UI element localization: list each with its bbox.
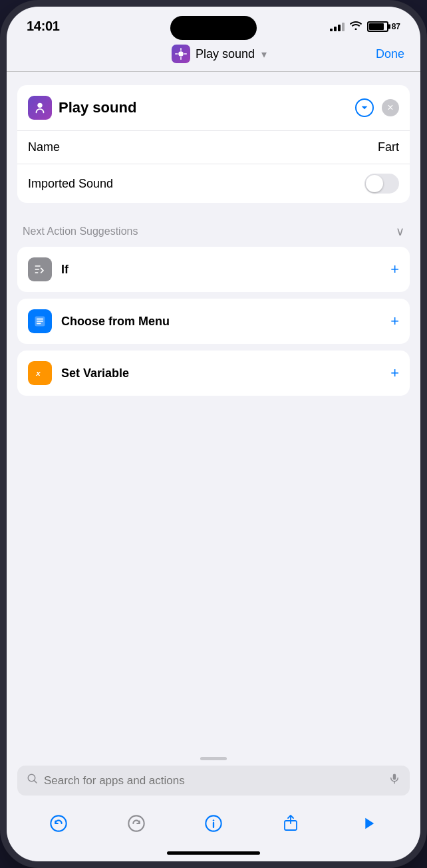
header-chevron-icon[interactable]: ▾: [261, 48, 267, 61]
variable-label: Set Variable: [61, 366, 390, 380]
signal-icon: [330, 22, 345, 31]
action-header: Play sound ×: [17, 85, 410, 131]
svg-text:x: x: [35, 368, 41, 377]
action-card: Play sound × Name Fart: [17, 85, 410, 203]
suggestion-if[interactable]: If +: [17, 247, 410, 292]
main-content: Play sound × Name Fart: [7, 72, 420, 750]
expand-button[interactable]: [355, 98, 374, 117]
name-label: Name: [28, 140, 60, 154]
home-indicator: [167, 851, 260, 855]
dynamic-island: [170, 16, 257, 40]
imported-sound-toggle[interactable]: [364, 174, 399, 194]
mic-icon[interactable]: [388, 772, 400, 789]
info-button[interactable]: [199, 809, 228, 838]
if-icon: [28, 257, 52, 281]
undo-button[interactable]: [44, 809, 73, 838]
menu-add-icon[interactable]: +: [390, 313, 399, 330]
suggestions-label: Next Action Suggestions: [23, 225, 138, 237]
imported-sound-label: Imported Sound: [28, 177, 113, 191]
close-button[interactable]: ×: [382, 99, 399, 116]
if-add-icon[interactable]: +: [390, 261, 399, 278]
if-label: If: [61, 263, 390, 277]
svg-point-7: [51, 815, 67, 831]
menu-icon: [28, 309, 52, 333]
battery-indicator: 87: [367, 21, 400, 32]
battery-fill: [369, 23, 384, 30]
search-bar: [17, 766, 410, 796]
search-input[interactable]: [44, 774, 383, 788]
status-time: 14:01: [27, 19, 60, 34]
variable-add-icon[interactable]: +: [390, 364, 399, 382]
battery-text: 87: [392, 22, 400, 31]
header-nav: Play sound ▾ Done: [7, 39, 420, 71]
suggestions-chevron-icon[interactable]: ∨: [396, 224, 404, 239]
svg-point-1: [37, 103, 42, 108]
done-button[interactable]: Done: [376, 47, 404, 61]
menu-label: Choose from Menu: [61, 315, 390, 329]
bottom-area: [7, 750, 420, 861]
variable-icon: x: [28, 361, 52, 385]
status-icons: 87: [330, 21, 400, 33]
bottom-toolbar: [7, 803, 420, 849]
action-title: Play sound: [59, 99, 355, 116]
suggestions-section-header[interactable]: Next Action Suggestions ∨: [17, 219, 410, 247]
vol-down-button[interactable]: [0, 236, 1, 283]
svg-point-11: [213, 819, 214, 821]
drag-handle: [200, 757, 227, 760]
action-icon: [28, 96, 52, 120]
header-center: Play sound ▾: [172, 45, 267, 63]
vol-up-button[interactable]: [0, 180, 1, 226]
suggestion-choose-from-menu[interactable]: Choose from Menu +: [17, 299, 410, 344]
search-icon: [27, 773, 39, 788]
imported-sound-row: Imported Sound: [17, 164, 410, 203]
play-button[interactable]: [354, 809, 383, 838]
header-title: Play sound: [196, 47, 255, 61]
name-value: Fart: [378, 140, 399, 154]
name-row[interactable]: Name Fart: [17, 131, 410, 164]
phone-screen: 14:01: [7, 7, 420, 861]
svg-point-8: [128, 815, 144, 831]
svg-rect-5: [393, 774, 396, 780]
share-button[interactable]: [276, 809, 305, 838]
toggle-knob: [366, 175, 383, 192]
shortcut-small-icon: [172, 45, 190, 63]
phone-frame: 14:01: [0, 0, 427, 868]
wifi-icon: [350, 21, 362, 33]
svg-point-0: [178, 51, 184, 57]
suggestion-set-variable[interactable]: x Set Variable +: [17, 351, 410, 396]
redo-button[interactable]: [122, 809, 151, 838]
